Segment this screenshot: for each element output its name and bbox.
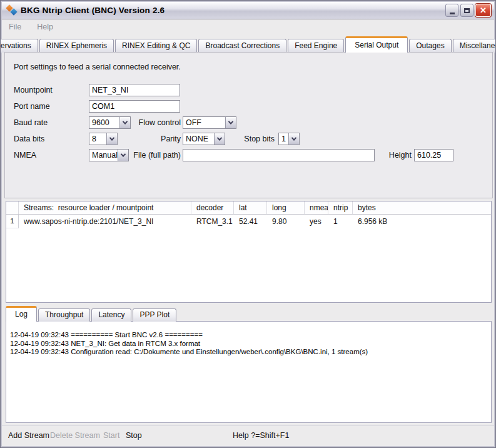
maximize-button[interactable] [460,4,473,17]
nmea-select[interactable]: Manual [89,149,129,161]
port-name-label: Port name [14,100,50,113]
file-path-input[interactable] [183,149,375,161]
tab-outages[interactable]: Outages [409,39,451,53]
flow-control-label: Flow control [130,116,181,129]
app-window: BKG Ntrip Client (BNC) Version 2.6 ✕ Fil… [0,0,496,448]
col-header-bytes[interactable]: bytes [353,201,491,214]
data-bits-label: Data bits [14,133,44,145]
tab-feed-engine[interactable]: Feed Engine [288,39,344,53]
chevron-down-icon[interactable] [118,150,128,161]
stop-button[interactable]: Stop [126,431,142,440]
menu-file[interactable]: File [9,23,21,31]
menu-bar: File Help [3,20,493,34]
chevron-down-icon[interactable] [288,133,299,145]
tab-rinex-editing-qc[interactable]: RINEX Editing & QC [115,39,197,53]
stop-bits-label: Stop bits [242,133,275,145]
close-button[interactable]: ✕ [475,4,491,17]
col-header-nmea[interactable]: nmea [305,201,328,214]
height-label: Height [385,149,412,161]
title-bar: BKG Ntrip Client (BNC) Version 2.6 ✕ [2,2,494,19]
add-stream-button[interactable]: Add Stream [8,431,49,440]
app-icon [7,5,18,16]
minimize-icon [450,13,455,14]
col-header-long[interactable]: long [267,201,305,214]
tab-miscellaneous[interactable]: Miscellaneous [453,39,496,53]
flow-control-select[interactable]: OFF [183,116,236,129]
log-line: 12-04-19 09:32:43 Configuration read: C:… [10,348,487,357]
log-line: 12-04-19 09:32:43 ========== Start BNC v… [10,331,487,340]
tab-serial-output[interactable]: Serial Output [345,36,408,53]
tab-rinex-ephemeris[interactable]: RINEX Ephemeris [39,39,114,53]
height-input[interactable] [414,149,453,161]
close-icon: ✕ [480,6,487,15]
stop-bits-select[interactable]: 1 [278,133,300,145]
parity-select[interactable]: NONE [183,133,225,145]
start-button[interactable]: Start [103,431,119,440]
help-button[interactable]: Help ?=Shift+F1 [233,431,289,440]
log-line: 12-04-19 09:32:43 NET_3_NI: Get data in … [10,340,487,349]
bottom-tab-bar: Log Throughput Latency PPP Plot [6,305,176,322]
tab-bar: ervations RINEX Ephemeris RINEX Editing … [4,36,492,53]
table-row[interactable]: 1 www.sapos-ni-ntrip.de:2101/NET_3_NI RT… [6,215,491,228]
cell-decoder: RTCM_3.1 [191,215,234,228]
tab-latency[interactable]: Latency [91,308,131,322]
log-panel[interactable]: 12-04-19 09:32:43 ========== Start BNC v… [6,321,492,423]
cell-nmea: yes [305,215,328,228]
tab-broadcast-corrections[interactable]: Broadcast Corrections [198,39,286,53]
cell-bytes: 6.956 kB [353,215,491,228]
header-corner [6,201,19,214]
row-number: 1 [6,215,19,228]
cell-ntrip: 1 [328,215,353,228]
cell-long: 9.80 [267,215,305,228]
parity-label: Parity [130,133,181,145]
col-header-lat[interactable]: lat [234,201,267,214]
chevron-down-icon[interactable] [119,117,130,128]
tab-throughput[interactable]: Throughput [38,308,90,322]
cell-mountpoint: www.sapos-ni-ntrip.de:2101/NET_3_NI [19,215,191,228]
col-header-mountpoint[interactable]: Streams: resource loader / mountpoint [19,201,191,214]
col-header-ntrip[interactable]: ntrip [328,201,353,214]
baud-rate-label: Baud rate [14,116,48,129]
serial-output-pane: Port settings to feed a serial connected… [4,52,493,198]
mountpoint-label: Mountpoint [14,84,53,96]
maximize-icon [464,8,470,13]
chevron-down-icon[interactable] [106,133,117,145]
tab-observations-clipped[interactable]: ervations [0,39,38,53]
data-bits-select[interactable]: 8 [89,133,118,145]
window-title: BKG Ntrip Client (BNC) Version 2.6 [21,6,164,15]
tab-log[interactable]: Log [6,306,37,322]
tab-ppp-plot[interactable]: PPP Plot [133,308,176,322]
menu-help[interactable]: Help [37,23,53,31]
chevron-down-icon[interactable] [214,133,225,145]
pane-description: Port settings to feed a serial connected… [14,63,181,71]
nmea-label: NMEA [14,149,36,161]
col-header-decoder[interactable]: decoder [191,201,234,214]
streams-table-header: Streams: resource loader / mountpoint de… [6,201,491,215]
delete-stream-button[interactable]: Delete Stream [50,431,100,440]
minimize-button[interactable] [445,4,458,17]
streams-table: Streams: resource loader / mountpoint de… [6,201,492,303]
port-name-input[interactable] [89,100,180,113]
footer-bar: Add Stream Delete Stream Start Stop Help… [2,425,494,446]
cell-lat: 52.41 [234,215,267,228]
chevron-down-icon[interactable] [225,117,236,128]
file-path-label: File (full path) [129,149,181,161]
mountpoint-input[interactable] [89,84,180,96]
baud-rate-select[interactable]: 9600 [89,116,131,129]
